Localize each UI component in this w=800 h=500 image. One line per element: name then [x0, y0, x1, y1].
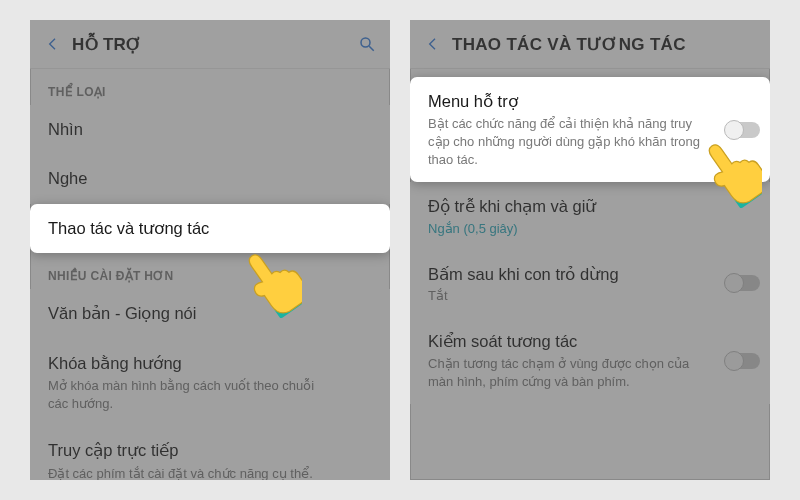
row-label: Thao tác và tương tác [48, 218, 372, 239]
row-label: Văn bản - Giọng nói [48, 303, 372, 324]
row-label: Bấm sau khi con trỏ dừng [428, 264, 752, 285]
search-icon[interactable] [354, 31, 380, 57]
row-label: Nghe [48, 168, 372, 189]
row-van-ban-giong-noi[interactable]: Văn bản - Giọng nói [30, 289, 390, 338]
toggle-bam-sau[interactable] [722, 272, 764, 294]
row-value: Ngắn (0,5 giây) [428, 221, 752, 236]
page-title: THAO TÁC VÀ TƯƠNG TÁC [446, 34, 760, 55]
svg-line-1 [369, 46, 374, 51]
row-label: Nhìn [48, 119, 372, 140]
header: HỖ TRỢ [30, 20, 390, 68]
row-khoa-bang-huong[interactable]: Khóa bằng hướng Mở khóa màn hình bằng cá… [30, 339, 390, 427]
svg-point-0 [361, 38, 370, 47]
screen-1: HỖ TRỢ THỂ LOẠI Nhìn Nghe Thao tác và tư… [30, 20, 390, 480]
row-kiem-soat-tuong-tac[interactable]: Kiểm soát tương tác Chặn tương tác chạm … [410, 317, 770, 405]
row-desc: Đặt các phím tắt cài đặt và chức năng cụ… [48, 465, 372, 480]
row-nhin[interactable]: Nhìn [30, 105, 390, 154]
pointer-hand-icon [700, 130, 762, 211]
section-header-more: NHIỀU CÀI ĐẶT HƠN [30, 253, 390, 289]
pointer-hand-icon [240, 240, 302, 321]
page-title: HỖ TRỢ [66, 34, 354, 55]
back-icon[interactable] [40, 31, 66, 57]
row-label: Kiểm soát tương tác [428, 331, 752, 352]
row-truy-cap-truc-tiep[interactable]: Truy cập trực tiếp Đặt các phím tắt cài … [30, 426, 390, 480]
back-icon[interactable] [420, 31, 446, 57]
row-desc: Mở khóa màn hình bằng cách vuốt theo chu… [48, 377, 372, 412]
row-label: Menu hỗ trợ [428, 91, 752, 112]
header: THAO TÁC VÀ TƯƠNG TÁC [410, 20, 770, 68]
row-thao-tac-va-tuong-tac[interactable]: Thao tác và tương tác [30, 204, 390, 253]
row-label: Khóa bằng hướng [48, 353, 372, 374]
section-header-category: THỂ LOẠI [30, 69, 390, 105]
toggle-kiem-soat[interactable] [722, 350, 764, 372]
screen-2: THAO TÁC VÀ TƯƠNG TÁC Menu hỗ trợ Bật cá… [410, 20, 770, 480]
row-desc: Chặn tương tác chạm ở vùng được chọn của… [428, 355, 752, 390]
row-nghe[interactable]: Nghe [30, 154, 390, 203]
row-value: Tắt [428, 288, 752, 303]
row-bam-sau[interactable]: Bấm sau khi con trỏ dừng Tắt [410, 250, 770, 317]
row-label: Truy cập trực tiếp [48, 440, 372, 461]
